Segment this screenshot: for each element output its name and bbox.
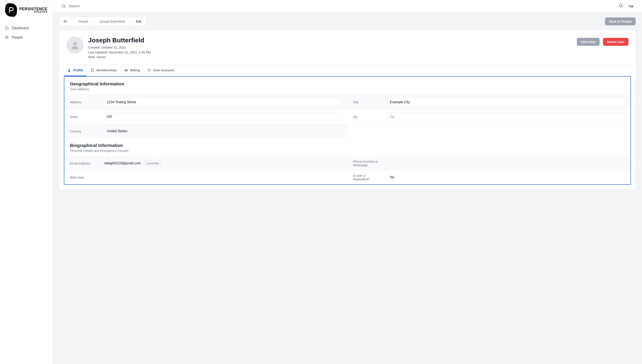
field-address: Address	[64, 95, 347, 110]
svg-point-2	[62, 5, 65, 8]
section-bio-head: Biographical Information Personal Detail…	[64, 138, 630, 156]
email-unverified-badge: Unverified	[144, 161, 162, 166]
sidebar: PERSISTENCE ATHLETICS Dashboard People	[0, 0, 53, 364]
field-label: Country	[70, 130, 102, 133]
tab-user-account[interactable]: User Account	[144, 65, 177, 76]
sidebar-item-people[interactable]: People	[2, 33, 51, 42]
sidebar-item-label: People	[12, 36, 23, 40]
building-icon	[91, 68, 94, 72]
city-input[interactable]	[387, 98, 625, 106]
brand-logo[interactable]: PERSISTENCE ATHLETICS	[0, 0, 53, 22]
field-label: Zip	[353, 115, 385, 118]
brand-text: PERSISTENCE ATHLETICS	[19, 7, 48, 13]
avatar-placeholder-icon	[70, 40, 80, 50]
breadcrumb: People Joseph Butterfield Edit	[59, 16, 146, 26]
breadcrumb-home[interactable]	[60, 17, 72, 26]
dependent-value: No	[387, 176, 625, 179]
people-icon	[5, 35, 9, 40]
home-icon	[5, 26, 9, 30]
person-updated: Last Updated: November 21, 2021, 1:45 PM	[88, 50, 151, 55]
sidebar-item-label: Dashboard	[12, 26, 29, 30]
svg-rect-5	[91, 69, 93, 72]
field-label: Is user a dependent?	[353, 174, 376, 181]
field-email: Email Address raleigh9123@gmail.com Unve…	[64, 156, 347, 170]
topbar: TW	[53, 0, 642, 12]
field-label: Birth Date	[70, 176, 102, 179]
person-name: Joseph Butterfield	[88, 36, 151, 44]
section-title: Geographical Information	[70, 81, 625, 86]
svg-rect-7	[125, 70, 128, 70]
breadcrumb-person[interactable]: Joseph Butterfield	[93, 17, 130, 26]
svg-point-0	[6, 36, 7, 37]
field-label: Email Address	[70, 162, 102, 165]
email-value: raleigh9123@gmail.com	[104, 161, 141, 165]
breadcrumb-people[interactable]: People	[72, 17, 93, 26]
svg-point-3	[73, 42, 77, 45]
field-label: City	[353, 100, 385, 104]
section-subtitle: User Address	[70, 87, 625, 91]
field-label: Phone Number or WhatsApp	[353, 160, 385, 167]
field-label: State	[70, 115, 102, 118]
field-city: City	[347, 95, 630, 110]
svg-point-4	[69, 69, 70, 70]
user-avatar-initials[interactable]: TW	[628, 4, 633, 8]
field-label: Address	[70, 100, 102, 104]
tabs: Profile Memberships Billing	[59, 65, 635, 76]
field-zip: Zip	[347, 110, 630, 124]
section-title: Biographical Information	[70, 143, 625, 148]
view-user-button[interactable]: View User	[577, 38, 600, 46]
field-dependent: Is user a dependent? No	[347, 170, 630, 184]
sidebar-item-dashboard[interactable]: Dashboard	[2, 24, 51, 33]
zip-input[interactable]	[387, 112, 625, 121]
credit-card-icon	[124, 68, 128, 72]
person-role: Role: Owner	[88, 55, 151, 60]
id-icon	[147, 68, 151, 72]
svg-point-1	[7, 36, 8, 37]
field-phone: Phone Number or WhatsApp	[347, 156, 630, 170]
breadcrumb-current: Edit	[130, 17, 146, 26]
field-state: State	[64, 110, 347, 124]
section-geo-head: Geographical Information User Address	[64, 77, 630, 95]
svg-rect-6	[125, 69, 128, 71]
avatar	[67, 36, 84, 54]
address-input[interactable]	[104, 98, 342, 106]
profile-panel: Geographical Information User Address Ad…	[64, 76, 631, 185]
person-created: Created: October 31, 2021	[88, 45, 151, 50]
field-birthdate: Birth Date	[64, 170, 347, 184]
section-subtitle: Personal Details and Emergency Contact	[70, 149, 625, 152]
person-icon	[67, 68, 71, 72]
search-input[interactable]	[69, 4, 615, 8]
logo-p-icon	[8, 6, 15, 14]
country-value: United States	[104, 129, 342, 133]
notifications-icon[interactable]	[618, 4, 623, 9]
brand-line2: ATHLETICS	[34, 11, 48, 13]
person-card: Joseph Butterfield Created: October 31, …	[59, 30, 635, 190]
field-country: Country United States	[64, 124, 347, 138]
state-input[interactable]	[104, 112, 342, 121]
tab-profile[interactable]: Profile	[64, 65, 86, 76]
brand-line1: PERSISTENCE	[19, 7, 48, 11]
tab-memberships[interactable]: Memberships	[88, 65, 120, 76]
search-icon	[61, 4, 66, 8]
delete-user-button[interactable]: Delete User	[603, 38, 628, 46]
home-icon	[63, 19, 67, 23]
empty-cell	[347, 124, 630, 138]
search-wrap	[61, 4, 615, 8]
logo-mark	[5, 3, 18, 17]
tab-billing[interactable]: Billing	[121, 65, 143, 76]
back-to-people-button[interactable]: Back to People	[605, 18, 635, 25]
